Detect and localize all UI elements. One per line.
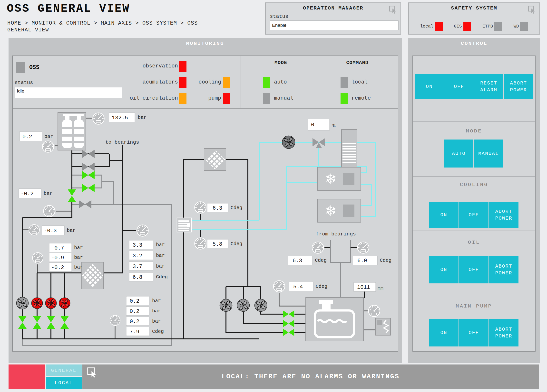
to-bearings-label: to bearings <box>105 140 139 145</box>
om-status-label: status <box>270 14 288 19</box>
gauge-icon <box>195 202 206 213</box>
oss-label: OSS <box>29 64 39 71</box>
value-oil-temp-lower: 5.8 <box>213 241 222 247</box>
breadcrumb-line-1: HOME > MONITOR & CONTROL > MAIN AXIS > O… <box>7 20 198 27</box>
status-lamp <box>494 22 502 31</box>
cooling-off-button[interactable]: OFF <box>459 202 488 228</box>
pump-motor-icon <box>45 298 57 309</box>
tab-general[interactable]: GENERAL <box>46 364 82 376</box>
mode-auto-button[interactable]: AUTO <box>444 140 473 168</box>
valve-icon <box>68 189 76 202</box>
oil-tank <box>306 298 363 341</box>
valve-icon <box>82 184 95 192</box>
divider <box>317 56 317 109</box>
detach-window-icon[interactable] <box>528 5 536 14</box>
value-bearing-return-left: 6.3 <box>293 258 302 264</box>
monitoring-content: OSS status Idle observation acumulators … <box>12 56 398 352</box>
unit-label: Cdeg <box>231 205 242 211</box>
tank-heater <box>375 318 391 335</box>
oil-abort-power-button[interactable]: ABORT POWER <box>489 256 518 283</box>
unit-label: bar <box>156 253 165 258</box>
safety-indicator-wd: WD <box>514 22 528 31</box>
tab-local[interactable]: LOCAL <box>46 377 82 389</box>
control-content: ON OFF RESET ALARM ABORT POWER MODE AUTO… <box>412 56 536 352</box>
indicator-label-acumulators: acumulators <box>110 79 178 85</box>
oil-on-button[interactable]: ON <box>429 256 459 283</box>
chiller-unit-2: ❄ <box>318 199 361 222</box>
reset-alarm-button[interactable]: RESET ALARM <box>474 74 503 99</box>
value-bearing-return-right: 6.0 <box>357 258 367 264</box>
unit-label: bar <box>152 308 161 314</box>
valve-icon <box>283 310 294 318</box>
control-section-power: ON OFF RESET ALARM ABORT POWER <box>413 56 535 121</box>
cooling-abort-power-button[interactable]: ABORT POWER <box>489 202 518 228</box>
accumulator <box>58 112 86 150</box>
oil-off-button[interactable]: OFF <box>459 256 488 283</box>
safety-indicator-label: WD <box>514 24 519 29</box>
unit-label: bar <box>156 263 165 269</box>
cooling-fan-icon <box>282 136 295 149</box>
valve-icon <box>18 316 27 329</box>
plate-heat-exchanger <box>177 218 192 232</box>
unit-label: bar <box>74 264 83 270</box>
pump-motor-icon <box>59 298 70 309</box>
valve-icon <box>82 150 95 158</box>
value-pump-2: 0.2 <box>130 308 139 315</box>
value-supply-4: 6.8 <box>133 274 142 280</box>
safety-indicator-gis: GIS <box>454 22 471 31</box>
value-suction-main: -0.3 <box>44 228 57 234</box>
mode-manual-button[interactable]: MANUAL <box>474 140 503 168</box>
unit-label: bar <box>67 228 76 233</box>
section-label-cooling: COOLING <box>413 182 535 187</box>
cooling-on-button[interactable]: ON <box>429 202 459 228</box>
valve-icon <box>79 200 91 208</box>
pump-filter <box>82 262 104 289</box>
oil-system-diagram: ❄ ❄ <box>13 109 397 350</box>
monitoring-panel: MONITORING OSS status Idle observation a… <box>9 38 402 363</box>
oss-status-label: status <box>15 80 33 85</box>
command-local-label: local <box>352 79 368 85</box>
main-pump-off-button[interactable]: OFF <box>459 319 488 346</box>
value-suction-3: -0.2 <box>51 265 64 271</box>
abort-power-button[interactable]: ABORT POWER <box>504 74 533 99</box>
main-pump-on-button[interactable]: ON <box>429 319 459 346</box>
detach-window-icon[interactable] <box>389 5 397 14</box>
status-lamp-cooling <box>223 77 230 88</box>
control-section-mode: MODE AUTO MANUAL <box>413 121 535 176</box>
monitoring-title: MONITORING <box>9 41 402 46</box>
power-off-button[interactable]: OFF <box>444 74 474 99</box>
value-suction-1: -0.7 <box>51 245 64 251</box>
oss-status-section: OSS status Idle observation acumulators … <box>13 56 398 109</box>
control-title: CONTROL <box>408 41 540 46</box>
unit-label: bar <box>44 134 53 139</box>
value-cooling-valve: 0 <box>311 122 314 128</box>
main-pump-abort-power-button[interactable]: ABORT POWER <box>489 319 518 346</box>
safety-system-panel: SAFETY SYSTEM local GIS ETPB WD <box>408 2 540 35</box>
unit-label: Cdeg <box>316 284 327 289</box>
gauge-icon <box>312 242 324 253</box>
gauge-icon <box>274 281 285 292</box>
command-remote-label: remote <box>352 95 371 101</box>
power-on-button[interactable]: ON <box>415 74 444 99</box>
breadcrumb[interactable]: HOME > MONITOR & CONTROL > MAIN AXIS > O… <box>7 20 198 34</box>
unit-label: Cdeg <box>315 258 327 263</box>
snowflake-icon: ❄ <box>325 203 337 219</box>
value-suction-2: -0.9 <box>51 255 64 261</box>
circulation-pump-icon <box>255 299 267 312</box>
value-inlet-top: 0.2 <box>22 134 32 140</box>
om-status-field[interactable]: Enable <box>270 20 399 30</box>
control-valve-icon <box>313 138 325 148</box>
gauge-icon <box>42 141 54 152</box>
control-section-oil: OIL ON OFF ABORT POWER <box>413 231 535 293</box>
safety-indicator-label: local <box>420 24 433 29</box>
indicator-label-pump: pump <box>185 95 221 101</box>
indicator-label-cooling: cooling <box>185 79 221 85</box>
oss-status-field[interactable]: Idle <box>15 87 122 98</box>
status-lamp-observation <box>179 61 186 72</box>
valve-icon <box>82 163 95 171</box>
alarm-color-block <box>9 364 45 389</box>
oss-status-lamp <box>16 62 25 73</box>
safety-indicator-local: local <box>420 22 443 31</box>
page-title: OSS GENERAL VIEW <box>7 2 130 15</box>
value-inlet-low: -0.2 <box>21 191 34 197</box>
